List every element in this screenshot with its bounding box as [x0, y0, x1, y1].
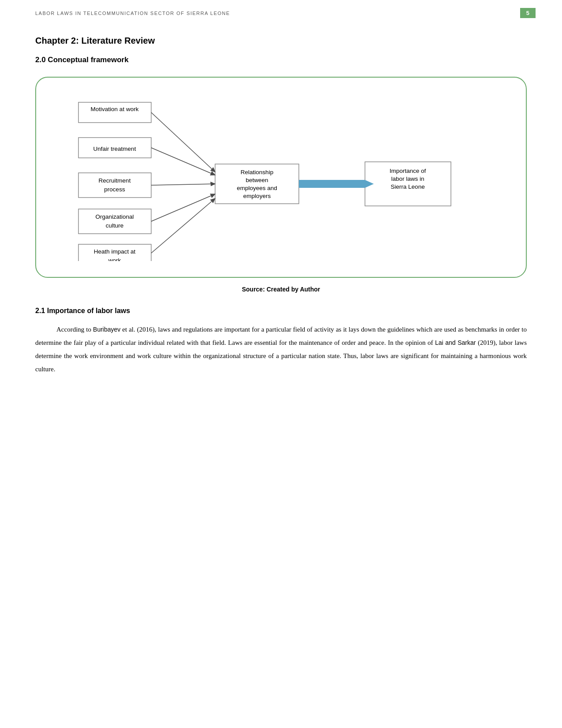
svg-text:Heath  impact  at: Heath impact at: [93, 248, 135, 255]
svg-text:work: work: [108, 257, 121, 261]
svg-text:employees  and: employees and: [237, 185, 277, 191]
svg-text:between: between: [246, 177, 268, 183]
svg-text:Recruitment: Recruitment: [98, 177, 130, 184]
source-caption: Source: Created by Author: [35, 286, 527, 293]
svg-text:labor    laws    in: labor laws in: [391, 175, 424, 182]
chapter-title: Chapter 2: Literature Review: [35, 36, 527, 46]
page: LABOR LAWS IN TELECOMMUNICATION SECTOR O…: [0, 0, 562, 728]
conceptual-framework-diagram: Motivation at work Unfair treatment Recr…: [35, 77, 527, 278]
svg-text:Sierra Leone: Sierra Leone: [391, 183, 424, 190]
section-title: 2.0 Conceptual framework: [35, 56, 527, 64]
svg-text:process: process: [104, 186, 125, 193]
page-number: 5: [520, 8, 536, 18]
svg-text:Organizational: Organizational: [95, 213, 134, 220]
svg-text:Motivation at work: Motivation at work: [90, 106, 138, 112]
subsection-title: 2.1 Importance of labor laws: [35, 307, 527, 315]
header-title: LABOR LAWS IN TELECOMMUNICATION SECTOR O…: [35, 11, 230, 16]
diagram-svg: Motivation at work Unfair treatment Recr…: [65, 93, 497, 261]
svg-rect-0: [78, 102, 151, 123]
svg-rect-29: [299, 180, 365, 188]
subsection-paragraph: According to Buribayev et al. (2016), la…: [35, 323, 527, 376]
header: LABOR LAWS IN TELECOMMUNICATION SECTOR O…: [0, 0, 562, 22]
svg-line-25: [151, 194, 215, 221]
svg-text:employers: employers: [243, 193, 271, 199]
svg-text:Unfair treatment: Unfair treatment: [93, 146, 136, 152]
diagram-svg-wrapper: Motivation at work Unfair treatment Recr…: [54, 93, 508, 261]
svg-rect-4: [78, 173, 151, 198]
main-content: Chapter 2: Literature Review 2.0 Concept…: [0, 22, 562, 400]
svg-line-26: [151, 198, 215, 253]
svg-line-24: [151, 184, 215, 185]
svg-text:culture: culture: [105, 222, 123, 229]
svg-line-23: [151, 148, 215, 175]
svg-text:Importance    of: Importance of: [389, 168, 426, 174]
svg-rect-7: [78, 209, 151, 234]
svg-line-22: [151, 112, 215, 172]
svg-text:Relationship: Relationship: [240, 169, 273, 175]
